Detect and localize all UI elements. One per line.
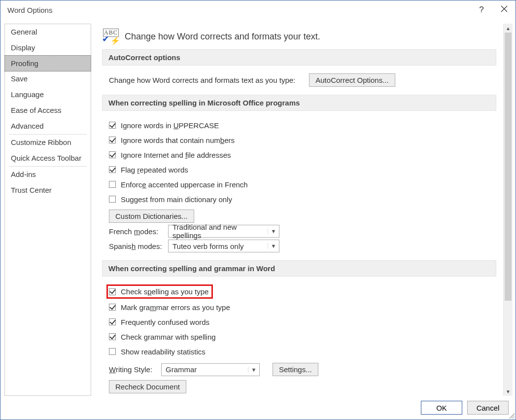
vertical-scrollbar[interactable]: ▲ ▼ — [503, 24, 513, 396]
main-panel: ABC ✔ ⚡ Change how Word corrects and for… — [96, 24, 503, 396]
dialog-footer: OK Cancel — [0, 396, 516, 420]
checkbox-frequently-confused[interactable] — [109, 318, 116, 325]
sidebar-item-customize-ribbon[interactable]: Customize Ribbon — [5, 135, 91, 150]
highlight-check-spelling: Check spelling as you type — [106, 284, 213, 299]
label-readability: Show readability statistics — [121, 348, 206, 356]
checkbox-grammar-with-spelling[interactable] — [109, 333, 116, 340]
autocorrect-options-button[interactable]: AutoCorrect Options... — [309, 73, 395, 87]
chevron-down-icon: ▼ — [268, 243, 279, 249]
writing-style-dropdown[interactable]: Grammar ▼ — [161, 363, 260, 376]
sidebar: General Display Proofing Save Language E… — [4, 24, 91, 396]
checkbox-ignore-internet[interactable] — [109, 151, 116, 158]
label-grammar-with-spelling: Check grammar with spelling — [121, 333, 216, 341]
label-ignore-internet: Ignore Internet and file addresses — [121, 151, 231, 159]
sidebar-item-advanced[interactable]: Advanced — [5, 118, 91, 134]
label-enforce-french: Enforce accented uppercase in French — [121, 180, 248, 189]
label-frequently-confused: Frequently confused words — [121, 318, 209, 326]
label-ignore-uppercase: Ignore words in UPPERCASE — [121, 121, 219, 130]
spanish-modes-label: Spanish modes: — [109, 242, 163, 250]
section-office-spelling-title: When correcting spelling in Microsoft Of… — [102, 95, 496, 111]
sidebar-item-trust-center[interactable]: Trust Center — [5, 182, 91, 198]
french-modes-dropdown[interactable]: Traditional and new spellings ▼ — [168, 225, 279, 238]
sidebar-item-save[interactable]: Save — [5, 71, 91, 87]
resize-grip[interactable] — [508, 412, 515, 419]
custom-dictionaries-button[interactable]: Custom Dictionaries... — [109, 210, 194, 223]
check-icon: ✔ — [102, 34, 109, 44]
recheck-document-button[interactable]: Recheck Document — [109, 380, 186, 393]
window-controls: ? — [470, 0, 516, 19]
checkbox-suggest-main-dict[interactable] — [109, 196, 116, 203]
sidebar-item-general[interactable]: General — [5, 24, 91, 40]
proofing-icon: ABC ✔ ⚡ — [103, 30, 119, 43]
close-button[interactable] — [493, 0, 516, 19]
checkbox-readability[interactable] — [109, 348, 116, 355]
close-icon — [501, 5, 508, 15]
help-button[interactable]: ? — [470, 0, 493, 19]
sidebar-item-add-ins[interactable]: Add-ins — [5, 167, 91, 182]
checkbox-ignore-numbers[interactable] — [109, 137, 116, 143]
checkbox-check-spelling[interactable] — [109, 288, 116, 295]
checkbox-enforce-french[interactable] — [109, 181, 116, 188]
sidebar-item-proofing[interactable]: Proofing — [4, 55, 91, 71]
label-mark-grammar: Mark grammar errors as you type — [121, 303, 230, 312]
french-modes-label: French modes: — [109, 227, 163, 236]
label-flag-repeated: Flag repeated words — [121, 166, 188, 174]
section-word-spelling-title: When correcting spelling and grammar in … — [102, 260, 496, 277]
scroll-thumb[interactable] — [505, 33, 512, 301]
page-heading: Change how Word corrects and formats you… — [125, 32, 320, 42]
label-suggest-main-dict: Suggest from main dictionary only — [121, 195, 232, 204]
section-autocorrect-title: AutoCorrect options — [102, 49, 496, 66]
checkbox-mark-grammar[interactable] — [109, 304, 116, 311]
titlebar: Word Options ? — [0, 0, 516, 20]
sidebar-item-display[interactable]: Display — [5, 40, 91, 56]
sidebar-item-quick-access-toolbar[interactable]: Quick Access Toolbar — [5, 150, 91, 166]
label-ignore-numbers: Ignore words that contain numbers — [121, 136, 235, 144]
checkbox-ignore-uppercase[interactable] — [109, 122, 116, 129]
chevron-down-icon: ▼ — [268, 228, 279, 234]
chevron-down-icon: ▼ — [248, 367, 259, 373]
ok-button[interactable]: OK — [421, 401, 462, 415]
spanish-modes-dropdown[interactable]: Tuteo verb forms only ▼ — [168, 240, 279, 252]
writing-style-label: Writing Style: — [109, 365, 156, 374]
scroll-down-icon[interactable]: ▼ — [504, 387, 513, 396]
autocorrect-desc: Change how Word corrects and formats tex… — [109, 76, 295, 84]
label-check-spelling: Check spelling as you type — [121, 287, 208, 296]
cancel-button[interactable]: Cancel — [467, 401, 509, 415]
checkbox-flag-repeated[interactable] — [109, 166, 116, 173]
bolt-icon: ⚡ — [110, 36, 120, 45]
sidebar-item-language[interactable]: Language — [5, 87, 91, 103]
scroll-up-icon[interactable]: ▲ — [504, 24, 513, 33]
window-title: Word Options — [7, 6, 470, 14]
sidebar-item-ease-of-access[interactable]: Ease of Access — [5, 103, 91, 118]
settings-button[interactable]: Settings... — [273, 363, 318, 376]
